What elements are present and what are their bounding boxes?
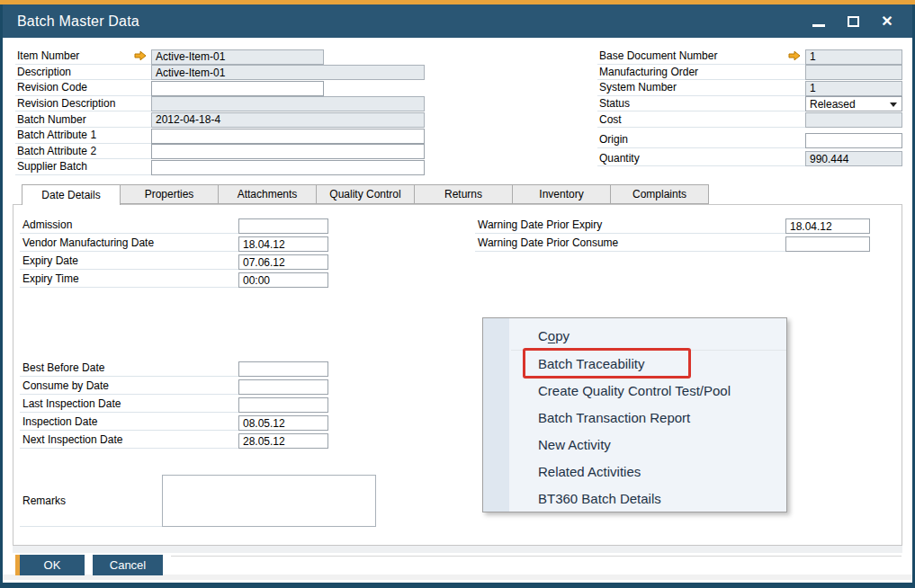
inspection-date-label: Inspection Date <box>20 414 238 431</box>
form-row: Manufacturing Order <box>597 65 902 81</box>
revision-description-label: Revision Description <box>15 96 151 112</box>
item-number-field: Active-Item-01 <box>151 49 324 65</box>
header-form-left: Item NumberActive-Item-01DescriptionActi… <box>15 49 426 175</box>
expiry-date-label: Expiry Date <box>20 253 238 270</box>
date-details-warning-group: Warning Date Prior Expiry18.04.12Warning… <box>475 216 871 252</box>
link-arrow-icon[interactable] <box>134 50 147 64</box>
batch-number-field: 2012-04-18-4 <box>151 112 425 128</box>
window-controls: ✕ <box>812 14 898 29</box>
menu-item-create-quality-control-test-pool[interactable]: Create Quality Control Test/Pool <box>483 378 786 405</box>
batch-master-data-window: Batch Master Data ✕ Item NumberActive-It… <box>0 0 915 588</box>
tab-properties[interactable]: Properties <box>120 184 219 204</box>
form-row: Origin <box>597 132 902 148</box>
batch-attribute-1-field[interactable] <box>151 129 425 144</box>
form-row: Best Before Date <box>20 359 330 377</box>
system-number-label: System Number <box>597 80 805 96</box>
batch-attribute-2-field[interactable] <box>151 144 425 159</box>
supplier-batch-label: Supplier Batch <box>15 159 151 175</box>
date-details-left-group: AdmissionVendor Manufacturing Date18.04.… <box>20 216 330 288</box>
form-row: Batch Attribute 1 <box>15 128 426 144</box>
description-label: Description <box>15 65 151 81</box>
revision-code-field[interactable] <box>151 81 324 96</box>
batch-attribute-1-label: Batch Attribute 1 <box>15 128 151 144</box>
form-row: Revision Description <box>15 96 426 112</box>
menu-item-copy[interactable]: Copy <box>483 322 786 350</box>
status-field[interactable]: Released <box>805 96 902 111</box>
form-row: Last Inspection Date <box>20 395 330 413</box>
tab-returns[interactable]: Returns <box>414 184 513 204</box>
system-number-field: 1 <box>805 81 902 96</box>
warning-date-prior-consume-field[interactable] <box>785 236 870 252</box>
form-row: Consume by Date <box>20 377 330 395</box>
next-inspection-date-label: Next Inspection Date <box>20 432 238 449</box>
tab-quality-control[interactable]: Quality Control <box>316 184 415 204</box>
expiry-date-field[interactable]: 07.06.12 <box>238 254 328 270</box>
manufacturing-order-label: Manufacturing Order <box>597 65 805 81</box>
item-number-label: Item Number <box>15 49 151 65</box>
chevron-down-icon[interactable] <box>890 102 897 107</box>
form-row: DescriptionActive-Item-01 <box>15 65 426 81</box>
warning-date-prior-consume-label: Warning Date Prior Consume <box>475 235 785 252</box>
tab-complaints[interactable]: Complaints <box>610 184 709 204</box>
form-row: StatusReleased <box>597 96 902 112</box>
remarks-input[interactable] <box>162 475 376 527</box>
origin-field[interactable] <box>805 133 902 148</box>
batch-number-label: Batch Number <box>15 111 151 128</box>
warning-date-prior-expiry-field[interactable]: 18.04.12 <box>785 218 870 234</box>
best-before-date-label: Best Before Date <box>20 360 238 377</box>
form-row: Quantity990.444 <box>597 151 902 167</box>
titlebar: Batch Master Data ✕ <box>3 4 912 38</box>
cost-label: Cost <box>597 111 805 128</box>
base-document-number-label: Base Document Number <box>597 49 805 65</box>
header-form-right: Base Document Number1Manufacturing Order… <box>597 49 902 166</box>
last-inspection-date-field[interactable] <box>238 397 328 413</box>
manufacturing-order-field <box>805 65 902 80</box>
description-field: Active-Item-01 <box>151 65 425 80</box>
tab-inventory[interactable]: Inventory <box>512 184 611 204</box>
origin-label: Origin <box>597 132 805 148</box>
cost-field <box>805 112 902 128</box>
consume-by-date-field[interactable] <box>238 379 328 395</box>
vendor-manufacturing-date-field[interactable]: 18.04.12 <box>238 236 328 252</box>
context-menu: CopyBatch TraceabilityCreate Quality Con… <box>482 317 787 512</box>
vendor-manufacturing-date-label: Vendor Manufacturing Date <box>20 235 238 252</box>
form-row: Batch Attribute 2 <box>15 144 426 160</box>
form-row: Warning Date Prior Consume <box>475 234 871 252</box>
next-inspection-date-field[interactable]: 28.05.12 <box>238 433 328 449</box>
form-row: Expiry Date07.06.12 <box>20 252 330 270</box>
ok-button[interactable]: OK <box>15 555 85 575</box>
footer-divider <box>171 556 902 557</box>
menu-item-related-activities[interactable]: Related Activities <box>483 459 786 486</box>
form-row: Admission <box>20 216 330 234</box>
best-before-date-field[interactable] <box>238 361 328 377</box>
form-row: Expiry Time00:00 <box>20 270 330 288</box>
form-row: Inspection Date08.05.12 <box>20 413 330 431</box>
form-row: Batch Number2012-04-18-4 <box>15 111 426 128</box>
last-inspection-date-label: Last Inspection Date <box>20 396 238 413</box>
maximize-icon[interactable] <box>846 14 860 29</box>
cancel-button[interactable]: Cancel <box>93 555 163 575</box>
link-arrow-icon[interactable] <box>788 50 801 64</box>
expiry-time-field[interactable]: 00:00 <box>238 272 328 288</box>
supplier-batch-field[interactable] <box>151 160 425 175</box>
tab-bar: Date DetailsPropertiesAttachmentsQuality… <box>22 184 709 205</box>
menu-item-batch-traceability[interactable]: Batch Traceability <box>483 351 786 378</box>
menu-item-batch-transaction-report[interactable]: Batch Transaction Report <box>483 405 786 432</box>
tab-date-details[interactable]: Date Details <box>22 184 121 205</box>
form-row: Base Document Number1 <box>597 49 902 65</box>
tab-attachments[interactable]: Attachments <box>218 184 317 204</box>
form-row: Warning Date Prior Expiry18.04.12 <box>475 216 871 234</box>
form-row: Vendor Manufacturing Date18.04.12 <box>20 234 330 252</box>
context-menu-items: CopyBatch TraceabilityCreate Quality Con… <box>483 322 786 512</box>
admission-field[interactable] <box>238 218 328 234</box>
menu-item-new-activity[interactable]: New Activity <box>483 432 786 459</box>
close-icon[interactable]: ✕ <box>880 14 894 29</box>
window-border-bottom <box>0 583 915 588</box>
quantity-field: 990.444 <box>805 151 902 166</box>
form-row: Next Inspection Date28.05.12 <box>20 431 330 449</box>
inspection-date-field[interactable]: 08.05.12 <box>238 415 328 431</box>
minimize-icon[interactable] <box>812 14 826 29</box>
quantity-label: Quantity <box>597 151 805 167</box>
base-document-number-field: 1 <box>805 49 902 65</box>
menu-item-bt360-batch-details[interactable]: BT360 Batch Details <box>483 486 786 512</box>
